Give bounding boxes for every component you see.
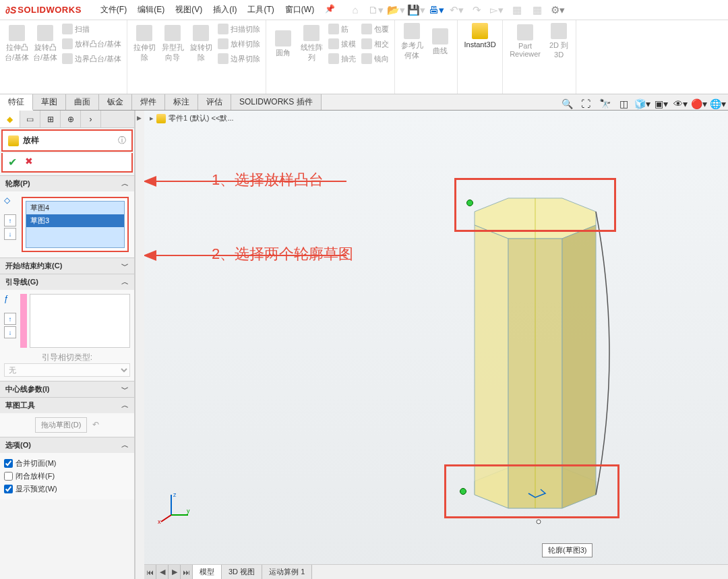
guide-tangent-select[interactable]: 无 <box>4 363 130 377</box>
print-icon[interactable]: 🖶▾ <box>427 2 446 18</box>
display-style-icon[interactable]: ▣▾ <box>653 96 670 112</box>
help-icon[interactable]: ⓘ <box>118 135 126 146</box>
view-orientation-icon[interactable]: 🧊▾ <box>634 96 651 112</box>
tab-nav-prev[interactable]: ◀ <box>156 565 169 579</box>
redo-icon[interactable]: ↷ <box>467 2 486 18</box>
guides-header[interactable]: 引导线(G)︿ <box>0 274 134 290</box>
tab-sketch[interactable]: 草图 <box>33 94 66 110</box>
sweep-boss-button[interactable]: 扫描 <box>59 22 124 36</box>
new-icon[interactable]: 🗋▾ <box>366 2 385 18</box>
boundary-cut-button[interactable]: 边界切除 <box>215 51 263 66</box>
settings-icon[interactable]: ⚙▾ <box>548 2 567 18</box>
open-icon[interactable]: 📂▾ <box>386 2 405 18</box>
display-manager-tab[interactable]: › <box>81 111 101 127</box>
menu-edit[interactable]: 编辑(E) <box>132 1 170 18</box>
drag-sketch-button[interactable]: 拖动草图(D) <box>35 417 87 433</box>
move-up-button[interactable]: ↑ <box>4 214 16 226</box>
wrap-button[interactable]: 包覆 <box>359 22 392 36</box>
intersect-button[interactable]: 相交 <box>359 36 392 51</box>
options-icon[interactable]: ▦ <box>528 2 547 18</box>
loft-cut-button[interactable]: 放样切除 <box>215 36 263 51</box>
curves-button[interactable]: 曲线 <box>426 22 454 62</box>
2d-to-3d-button[interactable]: 2D 到 3D <box>545 22 573 60</box>
breadcrumb-expand-icon[interactable]: ▸ <box>150 114 154 123</box>
menu-file[interactable]: 文件(F) <box>95 1 132 18</box>
guide-move-down-button[interactable]: ↓ <box>4 326 16 338</box>
menu-view[interactable]: 视图(V) <box>170 1 208 18</box>
tab-annotate[interactable]: 标注 <box>165 94 198 110</box>
sketch-tools-header[interactable]: 草图工具︿ <box>0 398 134 413</box>
close-loft-option[interactable]: 闭合放样(F) <box>4 470 130 483</box>
profile-list[interactable]: 草图4 草图3 <box>26 201 125 248</box>
constraints-header[interactable]: 开始/结束约束(C)﹀ <box>0 258 134 274</box>
guide-move-up-button[interactable]: ↑ <box>4 313 16 325</box>
tab-nav-first[interactable]: ⏮ <box>144 565 156 579</box>
guide-list[interactable] <box>30 294 130 348</box>
feature-manager-tab[interactable]: ◆ <box>0 111 20 127</box>
profile-handle-bottom[interactable] <box>460 488 466 495</box>
ok-button[interactable]: ✔ <box>8 156 17 169</box>
dimxpert-tab[interactable]: ⊕ <box>61 111 81 127</box>
options-header[interactable]: 选项(O)︿ <box>0 437 134 453</box>
undo-sketch-icon[interactable]: ↶ <box>92 420 99 429</box>
extrude-cut-button[interactable]: 拉伸切除 <box>130 22 158 66</box>
draft-button[interactable]: 拔模 <box>326 36 359 51</box>
undo-icon[interactable]: ↶▾ <box>447 2 466 18</box>
prev-view-icon[interactable]: 🔭 <box>596 96 613 112</box>
rib-button[interactable]: 筋 <box>326 22 359 36</box>
tab-feature[interactable]: 特征 <box>0 94 33 111</box>
bottom-tab-model[interactable]: 模型 <box>193 565 222 579</box>
revolve-cut-button[interactable]: 旋转切除 <box>187 22 215 66</box>
tab-nav-last[interactable]: ⏭ <box>181 565 193 579</box>
profile-item[interactable]: 草图4 <box>26 202 124 214</box>
mirror-button[interactable]: 镜向 <box>359 51 392 66</box>
property-manager-tab[interactable]: ▭ <box>20 111 40 127</box>
menu-insert[interactable]: 插入(I) <box>208 1 242 18</box>
bottom-tab-3dview[interactable]: 3D 视图 <box>222 565 262 579</box>
shell-button[interactable]: 抽壳 <box>326 51 359 66</box>
fillet-button[interactable]: 圆角 <box>269 22 297 66</box>
menu-window[interactable]: 窗口(W) <box>280 1 320 18</box>
cancel-button[interactable]: ✖ <box>25 156 33 169</box>
tab-sheetmetal[interactable]: 钣金 <box>99 94 132 110</box>
scene-icon[interactable]: 🌐▾ <box>709 96 727 112</box>
tab-nav-next[interactable]: ▶ <box>169 565 181 579</box>
ref-geometry-button[interactable]: 参考几何体 <box>398 22 426 62</box>
graphics-viewport[interactable]: ▸ 零件1 (默认) <<默... 1、选择放样凸台 2、选择两个轮廓草图 <box>144 111 728 579</box>
hole-wizard-button[interactable]: 异型孔向导 <box>158 22 187 66</box>
hide-show-icon[interactable]: 👁▾ <box>671 96 689 112</box>
show-preview-option[interactable]: 显示预览(W) <box>4 483 130 495</box>
select-icon[interactable]: ▻▾ <box>487 2 506 18</box>
tab-evaluate[interactable]: 评估 <box>198 94 231 110</box>
tab-surface[interactable]: 曲面 <box>66 94 99 110</box>
revolve-boss-button[interactable]: 旋转凸台/基体 <box>31 22 59 66</box>
breadcrumb-part-name[interactable]: 零件1 (默认) <<默... <box>169 113 234 123</box>
bottom-tab-motion[interactable]: 运动算例 1 <box>262 565 312 579</box>
loft-boss-button[interactable]: 放样凸台/基体 <box>59 36 124 51</box>
tab-swplugin[interactable]: SOLIDWORKS 插件 <box>231 94 322 110</box>
menu-pin[interactable]: 📌 <box>320 1 340 18</box>
merge-tangent-option[interactable]: 合并切面(M) <box>4 457 130 470</box>
extrude-boss-button[interactable]: 拉伸凸台/基体 <box>3 22 31 66</box>
config-manager-tab[interactable]: ⊞ <box>40 111 61 127</box>
zoom-area-icon[interactable]: ⛶ <box>577 96 595 112</box>
home-icon[interactable]: ⌂ <box>346 2 365 18</box>
save-icon[interactable]: 💾▾ <box>406 2 425 18</box>
view-triad[interactable]: z y x <box>158 491 191 525</box>
tab-weldment[interactable]: 焊件 <box>132 94 165 110</box>
section-view-icon[interactable]: ◫ <box>615 96 632 112</box>
move-down-button[interactable]: ↓ <box>4 228 16 240</box>
centerline-header[interactable]: 中心线参数(I)﹀ <box>0 382 134 397</box>
linear-pattern-button[interactable]: 线性阵列 <box>297 22 326 66</box>
rebuild-icon[interactable]: ▦ <box>508 2 526 18</box>
boundary-boss-button[interactable]: 边界凸台/基体 <box>59 51 124 66</box>
zoom-fit-icon[interactable]: 🔍 <box>558 96 576 112</box>
appearance-icon[interactable]: 🔴▾ <box>690 96 708 112</box>
sweep-cut-button[interactable]: 扫描切除 <box>215 22 263 36</box>
profile-handle-top[interactable] <box>466 200 473 206</box>
menu-tools[interactable]: 工具(T) <box>242 1 279 18</box>
guide-drag-handle[interactable] <box>20 294 27 348</box>
panel-splitter[interactable] <box>135 111 144 579</box>
profile-item[interactable]: 草图3 <box>26 214 124 227</box>
instant3d-button[interactable]: Instant3D <box>460 22 499 50</box>
